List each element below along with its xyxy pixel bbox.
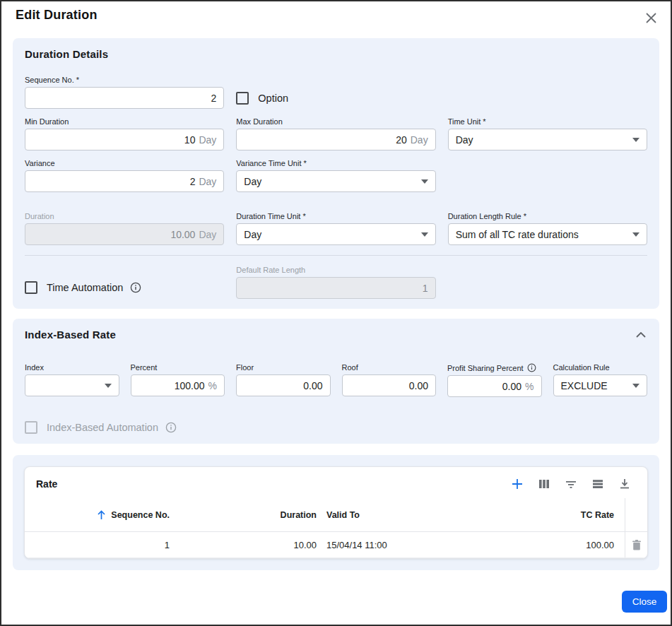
close-icon[interactable]: [643, 10, 659, 26]
min-duration-field: Min Duration 10 Day: [25, 117, 224, 150]
column-header-sequence-no[interactable]: Sequence No.: [25, 510, 170, 520]
chevron-down-icon: [421, 232, 428, 237]
percent-input[interactable]: 100.00 %: [131, 374, 225, 396]
min-duration-label: Min Duration: [25, 117, 224, 126]
duration-length-rule-select[interactable]: Sum of all TC rate durations: [448, 223, 647, 245]
min-duration-suffix: Day: [199, 134, 216, 146]
index-select[interactable]: [25, 374, 119, 396]
cell-valid-to: 15/04/14 11:00: [317, 540, 522, 550]
time-unit-value: Day: [456, 134, 473, 146]
max-duration-input[interactable]: 20 Day: [236, 129, 435, 150]
duration-value: 10.00: [170, 229, 195, 240]
max-duration-field: Max Duration 20 Day: [236, 117, 435, 150]
info-icon[interactable]: [165, 422, 177, 433]
rate-section: Rate: [13, 455, 659, 570]
roof-value: 0.00: [409, 380, 428, 391]
profit-sharing-percent-value: 0.00: [502, 381, 521, 392]
density-icon[interactable]: [591, 478, 604, 490]
add-row-button[interactable]: [511, 478, 524, 490]
duration-field: Duration 10.00 Day: [25, 212, 224, 245]
column-label-sequence-no: Sequence No.: [111, 510, 170, 520]
index-label: Index: [25, 363, 119, 372]
profit-sharing-percent-suffix: %: [525, 381, 534, 392]
time-unit-label: Time Unit *: [448, 117, 647, 126]
collapse-chevron-up-icon[interactable]: [635, 331, 647, 339]
sort-asc-icon[interactable]: [97, 510, 106, 520]
min-duration-input[interactable]: 10 Day: [25, 129, 224, 150]
index-based-rate-section: Index-Based Rate Index Percent 100.00 %: [13, 319, 659, 444]
rate-table-header-row: Sequence No. Duration Valid To TC Rate: [25, 498, 647, 532]
profit-sharing-percent-input[interactable]: 0.00 %: [447, 375, 542, 397]
max-duration-label: Max Duration: [236, 117, 435, 126]
profit-sharing-percent-field: Profit Sharing Percent 0.00 %: [447, 363, 542, 397]
variance-time-unit-field: Variance Time Unit * Day: [236, 159, 435, 192]
floor-field: Floor 0.00: [236, 363, 331, 397]
time-automation-checkbox[interactable]: [25, 281, 37, 294]
cell-tc-rate: 100.00: [522, 540, 614, 550]
chevron-down-icon: [632, 384, 639, 388]
percent-field: Percent 100.00 %: [131, 363, 225, 397]
calculation-rule-select[interactable]: EXCLUDE: [553, 374, 648, 396]
variance-time-unit-label: Variance Time Unit *: [236, 159, 435, 167]
table-row[interactable]: 1 10.00 15/04/14 11:00 100.00: [25, 532, 647, 558]
delete-row-icon[interactable]: [631, 539, 642, 551]
percent-label: Percent: [131, 363, 225, 372]
rate-table-title: Rate: [36, 478, 57, 490]
profit-sharing-percent-label: Profit Sharing Percent: [447, 364, 524, 372]
column-header-valid-to[interactable]: Valid To: [317, 510, 522, 520]
variance-value: 2: [190, 176, 196, 187]
duration-time-unit-select[interactable]: Day: [236, 223, 435, 245]
index-based-automation-checkbox: [25, 421, 37, 434]
variance-label: Variance: [25, 159, 224, 167]
calculation-rule-label: Calculation Rule: [553, 363, 648, 372]
duration-details-title: Duration Details: [25, 48, 647, 60]
time-automation-label: Time Automation: [47, 282, 123, 293]
index-based-automation-label: Index-Based Automation: [47, 422, 158, 433]
variance-time-unit-select[interactable]: Day: [236, 170, 435, 192]
column-header-tc-rate[interactable]: TC Rate: [522, 510, 614, 520]
floor-value: 0.00: [303, 380, 322, 391]
roof-input[interactable]: 0.00: [342, 374, 437, 396]
default-rate-length-input: 1: [236, 277, 435, 299]
dialog-header: Edit Duration: [1, 1, 671, 29]
chevron-down-icon: [105, 384, 112, 388]
option-checkbox[interactable]: [236, 92, 249, 105]
time-unit-field: Time Unit * Day: [448, 117, 647, 150]
edit-duration-dialog: Edit Duration Duration Details Sequence …: [0, 0, 672, 626]
chevron-down-icon: [632, 138, 639, 142]
sequence-no-input[interactable]: 2: [25, 87, 224, 109]
filter-icon[interactable]: [565, 478, 577, 490]
info-icon[interactable]: [527, 363, 536, 372]
index-based-rate-title: Index-Based Rate: [25, 329, 116, 341]
info-icon[interactable]: [130, 282, 141, 293]
max-duration-value: 20: [396, 134, 407, 146]
duration-details-section: Duration Details Sequence No. * 2 Option…: [13, 38, 659, 309]
cell-duration: 10.00: [170, 540, 317, 550]
duration-time-unit-field: Duration Time Unit * Day: [236, 212, 435, 245]
default-rate-length-label: Default Rate Length: [236, 266, 435, 274]
duration-suffix: Day: [199, 229, 216, 240]
time-automation-checkbox-row: Time Automation: [25, 281, 224, 294]
rate-table-card: Rate: [24, 466, 648, 559]
index-based-automation-checkbox-row: Index-Based Automation: [25, 421, 647, 434]
dialog-footer: Close: [1, 591, 667, 613]
percent-value: 100.00: [175, 380, 205, 391]
download-icon[interactable]: [618, 478, 631, 490]
time-unit-select[interactable]: Day: [448, 129, 647, 150]
roof-label: Roof: [342, 363, 437, 372]
column-header-actions: [625, 498, 647, 531]
cell-actions: [625, 532, 647, 557]
variance-field: Variance 2 Day: [25, 159, 224, 192]
min-duration-value: 10: [184, 134, 196, 146]
calculation-rule-field: Calculation Rule EXCLUDE: [553, 363, 648, 397]
floor-input[interactable]: 0.00: [236, 374, 331, 396]
variance-time-unit-value: Day: [244, 176, 261, 187]
close-button[interactable]: Close: [622, 591, 667, 613]
calculation-rule-value: EXCLUDE: [561, 380, 608, 391]
variance-input[interactable]: 2 Day: [25, 170, 224, 192]
column-header-duration[interactable]: Duration: [170, 510, 317, 520]
max-duration-suffix: Day: [411, 134, 428, 146]
duration-length-rule-value: Sum of all TC rate durations: [456, 229, 579, 240]
columns-icon[interactable]: [538, 478, 550, 490]
dialog-title: Edit Duration: [16, 8, 98, 23]
